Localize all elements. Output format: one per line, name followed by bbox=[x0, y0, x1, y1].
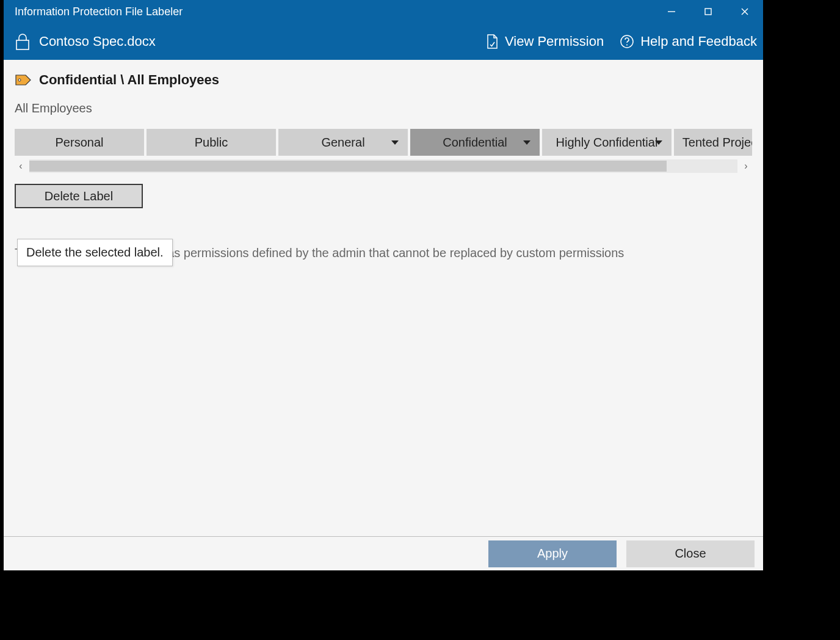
header-bar: Contoso Spec.docx View Permission Help a… bbox=[4, 23, 763, 60]
apply-button[interactable]: Apply bbox=[488, 540, 617, 567]
current-label-row: Confidential \ All Employees bbox=[15, 72, 752, 88]
svg-rect-4 bbox=[16, 40, 29, 49]
current-label-path: Confidential \ All Employees bbox=[39, 72, 219, 88]
label-chip-confidential[interactable]: Confidential bbox=[410, 129, 540, 156]
close-button-label: Close bbox=[675, 547, 706, 561]
filename: Contoso Spec.docx bbox=[39, 34, 156, 49]
maximize-icon bbox=[704, 7, 712, 16]
file-info: Contoso Spec.docx bbox=[15, 32, 156, 51]
view-permission-label: View Permission bbox=[505, 34, 604, 49]
label-chip-general[interactable]: General bbox=[278, 129, 408, 156]
label-chip-personal[interactable]: Personal bbox=[15, 129, 144, 156]
scroll-left-button[interactable]: ‹ bbox=[15, 159, 27, 173]
close-icon bbox=[740, 7, 749, 16]
label-chip-text: Confidential bbox=[443, 136, 507, 150]
label-chip-text: General bbox=[321, 136, 364, 150]
label-chip-highly-confidential[interactable]: Highly Confidential bbox=[542, 129, 672, 156]
help-icon bbox=[620, 34, 634, 49]
label-chip-text: Public bbox=[195, 136, 228, 150]
tooltip-text: Delete the selected label. bbox=[26, 245, 164, 259]
svg-rect-1 bbox=[705, 9, 711, 15]
svg-marker-9 bbox=[391, 140, 399, 145]
content-area: Confidential \ All Employees All Employe… bbox=[4, 60, 763, 536]
chevron-down-icon bbox=[391, 139, 399, 145]
label-chip-public[interactable]: Public bbox=[147, 129, 276, 156]
chevron-down-icon bbox=[654, 139, 663, 145]
minimize-icon bbox=[667, 7, 676, 16]
minimize-button[interactable] bbox=[653, 0, 690, 23]
delete-label-text: Delete Label bbox=[45, 189, 113, 203]
label-chip-text: Personal bbox=[56, 136, 104, 150]
delete-label-button[interactable]: Delete Label bbox=[15, 184, 143, 208]
window-controls bbox=[653, 0, 763, 23]
close-button[interactable]: Close bbox=[626, 540, 755, 567]
label-strip: Personal Public General Confidential Hig… bbox=[15, 129, 752, 156]
app-window: Information Protection File Labeler Cont… bbox=[4, 0, 763, 570]
footer: Apply Close bbox=[4, 536, 763, 570]
label-chip-text: Tented Projec bbox=[682, 136, 752, 150]
svg-point-8 bbox=[18, 79, 21, 81]
lock-icon bbox=[15, 32, 31, 51]
tooltip: Delete the selected label. bbox=[17, 239, 173, 266]
view-permission-button[interactable]: View Permission bbox=[485, 34, 604, 49]
close-window-button[interactable] bbox=[726, 0, 763, 23]
scroll-thumb[interactable] bbox=[29, 161, 667, 172]
chevron-down-icon bbox=[523, 139, 531, 145]
svg-marker-10 bbox=[523, 140, 530, 145]
current-sublabel: All Employees bbox=[15, 101, 752, 115]
tag-icon bbox=[15, 73, 32, 87]
svg-marker-11 bbox=[655, 140, 662, 145]
scroll-track[interactable] bbox=[29, 159, 737, 173]
label-scrollbar[interactable]: ‹ › bbox=[15, 159, 752, 173]
help-feedback-button[interactable]: Help and Feedback bbox=[620, 34, 757, 49]
apply-button-label: Apply bbox=[537, 547, 568, 561]
svg-point-6 bbox=[626, 45, 628, 46]
maximize-button[interactable] bbox=[690, 0, 726, 23]
document-permission-icon bbox=[485, 34, 499, 49]
scroll-right-button[interactable]: › bbox=[740, 159, 752, 173]
help-feedback-label: Help and Feedback bbox=[640, 34, 757, 49]
window-title: Information Protection File Labeler bbox=[15, 5, 183, 18]
label-chip-tented-project[interactable]: Tented Projec bbox=[674, 129, 752, 156]
header-actions: View Permission Help and Feedback bbox=[485, 34, 757, 49]
label-chip-text: Highly Confidential bbox=[556, 136, 658, 150]
title-bar: Information Protection File Labeler bbox=[4, 0, 763, 23]
